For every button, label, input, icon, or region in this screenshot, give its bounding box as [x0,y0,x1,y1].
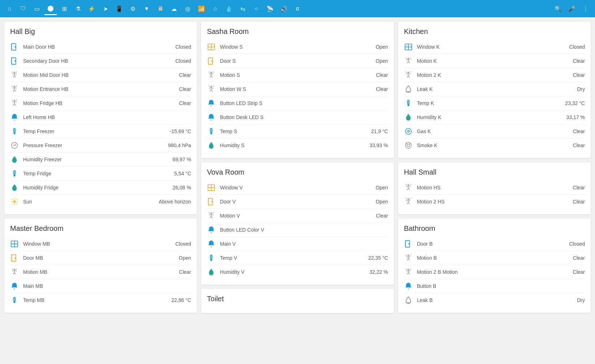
svg-line-159 [410,255,411,255]
sensor-row: Leak KDry [404,82,585,96]
gas-icon [404,127,413,136]
sensor-row: Motion 2 HSClear [404,195,585,209]
sensor-value: -15,69 °C [162,128,191,134]
grid-icon[interactable]: ⊞ [58,2,71,15]
square-icon[interactable]: ▭ [30,2,43,15]
sensor-value: Clear [556,58,585,64]
bell-icon [207,113,216,122]
circle2-icon[interactable]: ○ [250,2,263,15]
svg-point-37 [13,200,16,203]
sensor-row: Main Door HBClosed [10,40,191,54]
sensor-name: Motion W S [220,86,355,92]
sensor-name: Button Desk LED S [220,114,355,120]
svg-point-130 [407,144,409,146]
sensor-name: Motion Entrance HB [23,86,158,92]
sensor-row: Motion 2 KClear [404,68,585,82]
svg-line-21 [17,86,17,87]
sensor-name: Window K [417,44,552,50]
column-1: Hall BigMain Door HBClosedSecondary Door… [4,22,197,313]
sensor-name: Leak K [417,86,552,92]
svg-line-19 [16,88,17,88]
target-icon[interactable]: ◎ [181,2,194,15]
door-icon [10,43,19,51]
svg-point-133 [408,185,409,186]
screen-icon[interactable]: 🖥 [154,2,167,15]
sensor-value: 32,22 % [359,269,388,275]
sensor-name: Motion V [220,213,355,219]
svg-line-20 [12,86,13,87]
sensor-row: Temp V22,35 °C [207,251,388,265]
door-icon [207,197,216,206]
sensor-value: Open [359,44,388,50]
svg-line-29 [17,100,17,101]
sensor-row: Secondary Door HBClosed [10,54,191,68]
motion-icon [10,85,19,93]
svg-line-115 [410,58,411,58]
svg-line-55 [14,273,16,275]
tag-icon[interactable]: ⇆ [236,2,249,15]
svg-line-76 [213,72,214,73]
svg-line-54 [13,273,14,275]
broadcast-icon[interactable]: 📡 [264,2,277,15]
sensor-row: Door BClosed [404,237,585,251]
svg-line-162 [407,273,408,275]
door-icon [10,57,19,65]
svg-line-26 [13,102,14,102]
sensor-row: Door MBOpen [10,251,191,265]
door-icon [207,57,216,65]
search-icon[interactable]: 🔍 [552,2,565,15]
drop-icon[interactable]: 💧 [222,2,235,15]
mic-icon[interactable]: 🎤 [565,2,578,15]
home-icon[interactable]: ⌂ [3,2,16,15]
svg-line-112 [406,60,407,60]
door-icon [404,240,413,248]
card-title-kitchen: Kitchen [404,27,585,36]
svg-line-79 [210,90,212,92]
sensor-row: Humidity V32,22 % [207,265,388,279]
sensor-name: Temp Freezer [23,128,158,134]
svg-line-123 [410,72,411,73]
card-title-toilet: Toilet [207,295,388,303]
svg-line-154 [407,259,408,260]
sensor-row: Motion W SClear [207,82,388,96]
svg-line-57 [16,271,17,271]
phone-icon[interactable]: 📱 [113,2,126,15]
sensor-row: Humidity Fridge26,08 % [10,181,191,195]
shield-icon[interactable]: 🛡 [17,2,30,15]
bolt-icon[interactable]: ⚡ [85,2,98,15]
svg-point-50 [15,258,16,258]
card-master-bedroom: Master BedroomWindow MBClosedDoor MBOpen… [4,219,197,313]
sensor-row: Motion SClear [207,68,388,82]
sensor-name: Motion Fridge HB [23,100,158,106]
sensor-row: Button LED Color V [207,223,388,237]
svg-line-73 [209,74,210,74]
circle-icon[interactable]: ⬤ [44,2,57,15]
alpha-icon[interactable]: α [291,2,304,15]
svg-line-139 [405,184,406,185]
svg-line-145 [406,200,407,201]
svg-line-59 [17,269,17,269]
gear-icon[interactable]: ⚙ [126,2,139,15]
svg-point-126 [407,104,409,106]
arrow-icon[interactable]: ➤ [99,2,112,15]
sensor-value: 23,32 °C [556,100,585,106]
door-icon [10,254,19,262]
svg-line-110 [407,62,408,63]
card-title-master-bedroom: Master Bedroom [10,224,191,233]
topnav: ⌂🛡▭⬤⊞⚗⚡➤📱⚙♥🖥☁◎📶⌂💧⇆○📡🔊α🔍🎤⋮ [0,0,595,17]
bell-icon [10,113,19,122]
menu-icon[interactable]: ⋮ [579,2,592,15]
heart-icon[interactable]: ♥ [140,2,153,15]
wifi2-icon[interactable]: 🔊 [277,2,290,15]
sensor-name: Humidity S [220,142,355,148]
svg-line-167 [410,269,411,269]
home2-icon[interactable]: ⌂ [209,2,222,15]
cloud-icon[interactable]: ☁ [168,2,181,15]
sensor-value: Clear [556,72,585,78]
filter-icon[interactable]: ⚗ [71,2,84,15]
svg-line-144 [408,202,410,204]
sensor-value: Dry [556,86,585,92]
svg-line-136 [408,188,410,190]
wifi-icon[interactable]: 📶 [195,2,208,15]
sensor-value: Closed [162,241,191,247]
